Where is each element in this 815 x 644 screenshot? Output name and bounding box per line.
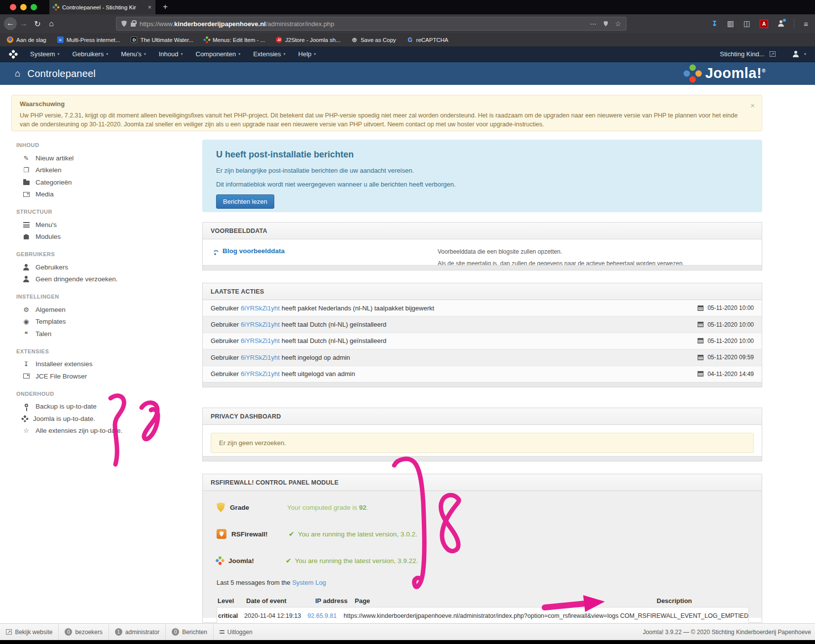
action-list: Gebruiker6iYRSkZi1yhtheeft pakket Nederl…	[203, 300, 762, 382]
log-date: 2020-11-04 12:19:13	[244, 612, 307, 619]
close-icon[interactable]: ×	[750, 101, 755, 110]
tab-title: Controlepaneel - Stichting Kind	[62, 4, 136, 10]
home-icon[interactable]: ⌂	[44, 19, 58, 28]
bookmark-save-as-copy[interactable]: ⊕Save as Copy	[351, 37, 396, 43]
forward-icon[interactable]: →	[17, 19, 31, 28]
home-icon: ⌂	[15, 68, 20, 79]
bookmark-aan-de-slag[interactable]: Aan de slag	[7, 37, 46, 43]
menu-menus[interactable]: Menu's▾	[114, 46, 152, 62]
calendar-icon	[698, 371, 704, 377]
bookmark-ultimate-water[interactable]: DThe Ultimate Water...	[131, 37, 193, 43]
chevron-down-icon: ▾	[181, 52, 183, 56]
menu-inhoud[interactable]: Inhoud▾	[152, 46, 189, 62]
sidebar-item-talen[interactable]: ❝Talen	[16, 328, 194, 340]
menu-systeem[interactable]: Systeem▾	[24, 46, 66, 62]
sidebar-item-categorieen[interactable]: Categorieën	[16, 176, 194, 189]
messages-status[interactable]: 0Berichten	[166, 624, 214, 640]
library-icon[interactable]: ▥	[727, 19, 734, 28]
tracking-protection-shield-icon[interactable]	[121, 21, 127, 27]
url-text[interactable]: https://www.kinderboerderijpapenhoeve.nl…	[140, 20, 334, 28]
chevron-down-icon: ▾	[144, 52, 146, 56]
read-messages-button[interactable]: Berichten lezen	[216, 194, 274, 209]
syslog-line: Last 5 messages from the System Log	[217, 579, 748, 586]
bookmark-recaptcha[interactable]: GreCAPTCHA	[407, 37, 448, 43]
calendar-icon	[698, 305, 704, 311]
admins-badge: 1	[115, 628, 122, 636]
system-log-link[interactable]: System Log	[292, 579, 326, 586]
sidebar-item-joomla-status[interactable]: Joomla is up-to-date.	[16, 413, 194, 425]
user-menu-icon[interactable]	[792, 51, 799, 57]
bookmark-multipress[interactable]: ≡Multi-Press internet...	[57, 37, 120, 43]
url-bar[interactable]: https://www.kinderboerderijpapenhoeve.nl…	[116, 17, 627, 31]
rsfirewall-shield-icon	[217, 529, 226, 539]
sidebar-heading-inhoud: INHOUD	[16, 142, 194, 148]
downloads-icon[interactable]: ↧	[711, 19, 718, 28]
bookmark-j2store[interactable]: J2J2Store - Joomla sh...	[276, 37, 340, 43]
d-icon: D	[131, 37, 137, 43]
browser-tab[interactable]: Controlepaneel - Stichting Kind ×	[49, 0, 155, 14]
wifi-icon	[212, 249, 219, 255]
back-icon[interactable]: ←	[4, 17, 17, 30]
menu-extensies[interactable]: Extensies▾	[247, 46, 292, 62]
privacy-header: PRIVACY DASHBOARD	[203, 408, 762, 425]
user-link[interactable]: 6iYRSkZi1yht	[241, 337, 280, 344]
menu-gebruikers[interactable]: Gebruikers▾	[66, 46, 115, 62]
user-link[interactable]: 6iYRSkZi1yht	[241, 354, 280, 361]
sidebar-item-media[interactable]: Media	[16, 189, 194, 201]
rsfirewall-header: RSFIREWALL! CONTROL PANEL MODULE	[203, 474, 762, 491]
bookmark-star-icon[interactable]: ☆	[615, 20, 621, 28]
sidebar-item-installeer-extensies[interactable]: ↧Installeer extensies	[16, 358, 194, 371]
minimize-window-button[interactable]	[20, 4, 27, 10]
new-tab-button[interactable]: +	[163, 2, 168, 12]
action-row: Gebruiker6iYRSkZi1yhtheeft taal Dutch (n…	[203, 333, 762, 349]
firefox-icon	[7, 37, 13, 43]
joomla-menu-logo-icon[interactable]	[8, 49, 18, 59]
window-controls[interactable]	[10, 4, 37, 10]
pocket-shield-icon[interactable]	[603, 21, 608, 27]
page-actions-icon[interactable]: ⋯	[590, 20, 596, 28]
user-link[interactable]: 6iYRSkZi1yht	[241, 370, 280, 378]
calendar-icon	[698, 355, 704, 360]
view-site-link[interactable]: Stichting Kind...	[720, 50, 764, 58]
rsfirewall-panel: RSFIREWALL! CONTROL PANEL MODULE Grade Y…	[202, 474, 762, 623]
zoom-window-button[interactable]	[31, 4, 37, 10]
list-icon	[22, 222, 30, 227]
sidebar-item-verzoeken[interactable]: Geen dringende verzoeken.	[16, 273, 194, 286]
tab-close-icon[interactable]: ×	[148, 3, 151, 11]
sidebar-item-templates[interactable]: ◉Templates	[16, 316, 194, 328]
logout-link[interactable]: Uitloggen	[214, 624, 259, 640]
bookmark-menus-edit[interactable]: Menus: Edit Item - ...	[204, 37, 265, 43]
log-ip-link[interactable]: 92.65.9.81	[307, 612, 343, 619]
sidebar-item-algemeen[interactable]: ⚙Algemeen	[16, 303, 194, 316]
user-link[interactable]: 6iYRSkZi1yht	[241, 321, 280, 328]
close-window-button[interactable]	[10, 4, 16, 10]
account-icon[interactable]	[778, 20, 784, 28]
cube-icon	[22, 234, 30, 239]
menu-help[interactable]: Help▾	[292, 46, 323, 62]
sidebar-item-jce-file-browser[interactable]: JCE File Browser	[16, 370, 194, 382]
sidebar-item-artikelen[interactable]: ❐Artikelen	[16, 164, 194, 177]
sidebar-item-backup-status[interactable]: Backup is up-to-date	[16, 401, 194, 413]
sidebar-item-modules[interactable]: Modules	[16, 231, 194, 243]
user-link[interactable]: 6iYRSkZi1yht	[241, 304, 280, 312]
reload-icon[interactable]: ↻	[31, 19, 44, 29]
sidebar-item-extensies-status[interactable]: ☆Alle extensies zijn up-to-date.	[16, 425, 194, 437]
gear-icon: ⚙	[22, 306, 30, 313]
sidebar-toggle-icon[interactable]: ◫	[743, 19, 750, 28]
sidebar-item-gebruikers[interactable]: Gebruikers	[16, 261, 194, 273]
eye-icon: ◉	[22, 318, 30, 325]
warning-title: Waarschuwing	[20, 100, 754, 108]
menu-componenten[interactable]: Componenten▾	[189, 46, 247, 62]
star-icon: ☆	[22, 427, 30, 434]
browser-tab-strip: Controlepaneel - Stichting Kind × +	[0, 0, 815, 14]
page-title: Controlepaneel	[27, 68, 95, 79]
joomla-favicon	[203, 36, 211, 44]
chevron-down-icon: ▾	[804, 52, 806, 56]
external-link-icon: ↗	[6, 629, 12, 635]
sidebar-item-menus[interactable]: Menu's	[16, 219, 194, 231]
pencil-icon: ✎	[22, 154, 30, 162]
view-website-link[interactable]: ↗Bekijk website	[0, 624, 59, 640]
hamburger-menu-icon[interactable]: ≡	[804, 20, 808, 28]
adobe-acrobat-icon[interactable]: A	[760, 20, 768, 28]
sidebar-item-nieuw-artikel[interactable]: ✎Nieuw artikel	[16, 152, 194, 164]
